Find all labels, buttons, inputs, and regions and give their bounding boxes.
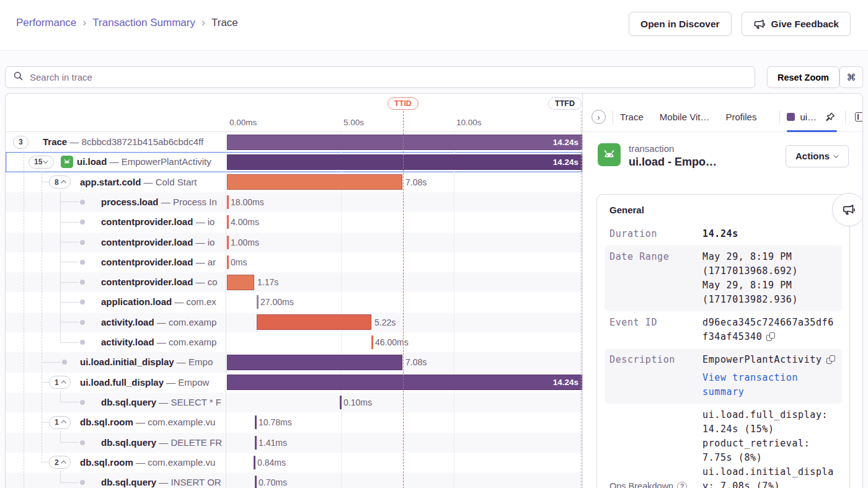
search-icon [13,71,24,84]
span-label: ui.load.initial_display — Empo [80,352,226,372]
ttid-pill[interactable]: TTID [388,97,418,110]
chevron-down-icon [833,153,838,157]
tab-mobile-vit-[interactable]: Mobile Vit… [660,112,710,122]
tab-trace[interactable]: Trace [620,112,644,122]
transaction-kind-label: transaction [629,143,777,154]
open-in-discover-button[interactable]: Open in Discover [629,12,731,36]
tree-connector [42,382,49,383]
trace-row[interactable]: 1ui.load.full_display — Empow14.24s [6,373,582,393]
span-leaf-dot [80,480,85,485]
trace-row[interactable]: contentprovider.load — io4.00ms [6,212,582,232]
span-bar[interactable] [227,355,402,370]
span-leaf-dot [80,299,85,304]
actions-dropdown-button[interactable]: Actions [786,145,849,167]
span-label: contentprovider.load — ar [101,252,226,272]
span-duration-label: 14.24s [553,375,578,390]
span-tick[interactable] [254,456,255,469]
pane-divider[interactable] [226,94,226,488]
dock-left-icon[interactable] [852,110,863,124]
trace-row[interactable]: activity.load — com.examp46.00ms [6,332,582,352]
span-count-badge[interactable]: 2 [49,456,71,469]
span-label: activity.load — com.examp [101,332,226,352]
trace-row[interactable]: db.sql.query — DELETE FR1.41ms [6,433,582,453]
span-tick[interactable] [340,396,342,409]
span-bar[interactable]: 14.24s [227,154,582,170]
trace-row[interactable]: 2db.sql.room — com.example.vu0.84ms [6,453,582,472]
span-tick[interactable] [257,295,259,309]
tree-connector [60,482,79,483]
android-icon [61,156,73,171]
span-bar[interactable] [227,174,402,190]
trace-row[interactable]: 8app.start.cold — Cold Start7.08s [6,172,582,192]
breadcrumb-item-performance[interactable]: Performance [16,17,76,29]
span-leaf-dot [80,400,85,405]
span-bar[interactable] [227,275,254,290]
ttid-marker-line [403,111,404,488]
tabs-divider [613,111,613,123]
tree-connector [60,342,79,343]
detail-label: Duration [609,227,702,241]
span-tick[interactable] [227,255,229,269]
detail-label: Date Range [609,250,702,307]
chevron-up-icon [61,180,66,185]
trace-row[interactable]: ui.load.initial_display — Empo7.08s [6,352,582,372]
span-tick[interactable] [255,476,257,488]
span-label: ui.load.full_display — Empow [80,373,226,393]
span-label: contentprovider.load — io [101,233,226,252]
span-bar[interactable]: 14.24s [227,135,582,150]
tree-guide-line [60,391,61,402]
trace-row[interactable]: contentprovider.load — co1.17s [6,272,582,292]
pin-tab-icon[interactable] [823,109,838,125]
span-leaf-dot [80,200,85,205]
span-tick[interactable] [227,195,229,209]
trace-row[interactable]: contentprovider.load — ar0ms [6,252,582,272]
span-tick[interactable] [227,215,229,229]
detail-row-ops-breakdown: Ops Breakdown?ui.load.full_display: 14.2… [604,404,842,488]
trace-row[interactable]: 1db.sql.room — com.example.vu10.78ms [6,412,582,432]
span-count-badge[interactable]: 8 [49,175,71,189]
trace-row[interactable]: process.load — Process In18.00ms [6,192,582,212]
span-count-badge[interactable]: 3 [13,136,29,149]
trace-row[interactable]: application.load — com.ex27.00ms [6,292,582,312]
span-bar[interactable]: 14.24s [227,375,582,390]
trace-row[interactable]: activity.load — com.examp5.22s [6,313,582,332]
span-tick[interactable] [227,236,229,249]
trace-row[interactable]: db.sql.query — SELECT * F0.10ms [6,393,582,412]
trace-row[interactable]: db.sql.query — INSERT OR0.70ms [6,472,582,488]
span-count-badge[interactable]: 1 [49,376,71,389]
detail-value: d96eca345c724667a35df6f34af45340 [702,316,837,344]
shortcut-cmd-button[interactable]: ⌘ [839,66,863,88]
give-feedback-button[interactable]: Give Feedback [742,12,851,36]
ttfd-pill[interactable]: TTFD [548,97,582,110]
tree-guide-line [24,151,24,488]
copy-icon[interactable] [826,355,835,364]
span-tick[interactable] [255,436,257,450]
breadcrumb-item-transaction-summary[interactable]: Transaction Summary [92,17,195,29]
search-input[interactable] [29,71,747,83]
span-tick[interactable] [255,415,257,429]
copy-icon[interactable] [766,332,775,341]
span-duration-label: 0ms [231,252,247,272]
tree-connector [42,362,61,363]
tree-guide-line [60,471,61,482]
tab-profiles[interactable]: Profiles [725,112,756,122]
span-duration-label: 7.08s [405,172,427,192]
reset-zoom-button[interactable]: Reset Zoom [767,66,839,88]
view-transaction-summary-link[interactable]: View transaction summary [702,371,837,399]
feedback-float-button[interactable] [832,193,863,226]
span-bar[interactable] [257,314,371,330]
trace-row[interactable]: 3Trace — 8cbbcd38721b415ab6cbdc4ff14.24s [6,132,582,152]
span-count-badge[interactable]: 1 [49,416,71,429]
trace-row[interactable]: 15ui.load — EmpowerPlantActivity14.24s [6,152,582,172]
help-icon[interactable]: ? [677,482,687,488]
trace-row[interactable]: contentprovider.load — io1.00ms [6,233,582,252]
span-count-badge[interactable]: 15 [29,156,54,169]
tree-connector [60,262,79,262]
detail-label: Event ID [609,316,702,344]
tab-transaction-ui-load[interactable]: ui… [787,112,817,122]
chevron-down-icon [43,159,48,164]
detail-label: Description [609,353,702,399]
expand-drawer-icon[interactable]: › [591,110,606,124]
span-tick[interactable] [371,335,373,349]
give-feedback-label: Give Feedback [771,19,839,30]
